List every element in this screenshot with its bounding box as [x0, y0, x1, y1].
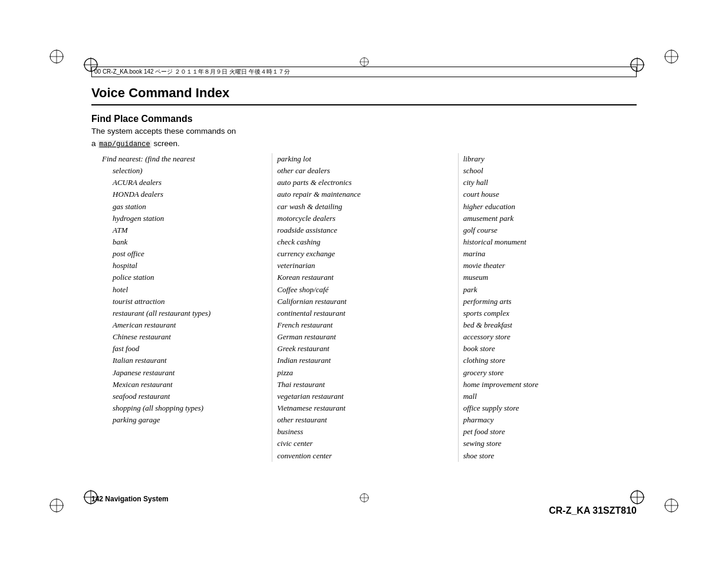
intro-line2: a map/guidance screen. — [91, 139, 637, 148]
header-bar: 00 CR-Z_KA.book 142 ページ ２０１１年８月９日 火曜日 午後… — [91, 67, 637, 77]
list-item: movie theater — [463, 260, 637, 272]
list-item: performing arts — [463, 296, 637, 308]
page: 00 CR-Z_KA.book 142 ページ ２０１１年８月９日 火曜日 午後… — [0, 0, 728, 562]
list-item: Korean restaurant — [277, 272, 450, 283]
list-item: gas station — [91, 201, 265, 213]
list-item: Find nearest: (find the nearest — [91, 153, 265, 165]
list-item: motorcycle dealers — [277, 213, 450, 224]
list-item: roadside assistance — [277, 224, 450, 236]
list-item: parking garage — [91, 414, 265, 426]
list-item: bed & breakfast — [463, 319, 637, 331]
intro-mono: map/guidance — [98, 140, 151, 148]
list-item: Thai restaurant — [277, 379, 450, 391]
footer-page-label: 142 Navigation System — [91, 495, 637, 503]
list-item: business — [277, 426, 450, 438]
list-item: check cashing — [277, 236, 450, 248]
list-item: pizza — [277, 367, 450, 379]
list-item: amusement park — [463, 213, 637, 224]
list-item: hydrogen station — [91, 213, 265, 224]
list-item: Indian restaurant — [277, 355, 450, 366]
list-item: other car dealers — [277, 165, 450, 177]
list-item: car wash & detailing — [277, 201, 450, 213]
list-item: restaurant (all restaurant types) — [91, 308, 265, 319]
list-item: ATM — [91, 224, 265, 236]
list-item: veterinarian — [277, 260, 450, 272]
list-item: tourist attraction — [91, 296, 265, 308]
footer-doc-label: CR-Z_KA 31SZT810 — [549, 505, 637, 516]
list-item: German restaurant — [277, 331, 450, 343]
list-item: library — [463, 153, 637, 165]
list-item: Vietnamese restaurant — [277, 402, 450, 414]
intro-post: screen. — [151, 139, 180, 148]
columns-wrapper: Find nearest: (find the nearestselection… — [91, 153, 637, 462]
list-item: Greek restaurant — [277, 343, 450, 355]
list-item: mall — [463, 391, 637, 402]
list-item: police station — [91, 272, 265, 283]
title-divider — [91, 104, 637, 105]
list-item: pet food store — [463, 426, 637, 438]
section-title: Find Place Commands — [91, 114, 637, 124]
list-item: currency exchange — [277, 248, 450, 260]
list-item: book store — [463, 343, 637, 355]
reg-mark-bl — [48, 497, 65, 514]
reg-mark-br — [663, 497, 680, 514]
list-item: civic center — [277, 438, 450, 449]
list-item: vegetarian restaurant — [277, 391, 450, 402]
list-item: ACURA dealers — [91, 177, 265, 189]
list-item: accessory store — [463, 331, 637, 343]
list-item: shoe store — [463, 450, 637, 462]
list-item: HONDA dealers — [91, 189, 265, 200]
list-item: convention center — [277, 450, 450, 462]
list-item: hospital — [91, 260, 265, 272]
header-text: 00 CR-Z_KA.book 142 ページ ２０１１年８月９日 火曜日 午後… — [94, 68, 290, 76]
list-item: selection) — [91, 165, 265, 177]
list-item: Mexican restaurant — [91, 379, 265, 391]
list-item: French restaurant — [277, 319, 450, 331]
list-item: golf course — [463, 224, 637, 236]
list-item: sewing store — [463, 438, 637, 449]
list-item: clothing store — [463, 355, 637, 366]
list-item: fast food — [91, 343, 265, 355]
main-content: Voice Command Index Find Place Commands … — [91, 85, 637, 491]
reg-mark-tl — [48, 48, 65, 65]
page-number-label: 142 Navigation System — [91, 495, 169, 503]
page-title: Voice Command Index — [91, 85, 637, 101]
list-item: pharmacy — [463, 414, 637, 426]
list-item: auto parts & electronics — [277, 177, 450, 189]
list-item: Coffee shop/café — [277, 284, 450, 296]
column-1: Find nearest: (find the nearestselection… — [91, 153, 272, 462]
list-item: other restaurant — [277, 414, 450, 426]
list-item: historical monument — [463, 236, 637, 248]
list-item: seafood restaurant — [91, 391, 265, 402]
list-item: continental restaurant — [277, 308, 450, 319]
list-item: Italian restaurant — [91, 355, 265, 366]
list-item: home improvement store — [463, 379, 637, 391]
list-item: court house — [463, 189, 637, 200]
list-item: American restaurant — [91, 319, 265, 331]
list-item: bank — [91, 236, 265, 248]
list-item: grocery store — [463, 367, 637, 379]
list-item: auto repair & maintenance — [277, 189, 450, 200]
list-item: city hall — [463, 177, 637, 189]
reg-mark-tr — [663, 48, 680, 65]
list-item: hotel — [91, 284, 265, 296]
list-item: Californian restaurant — [277, 296, 450, 308]
list-item: school — [463, 165, 637, 177]
list-item: post office — [91, 248, 265, 260]
intro-pre: a — [91, 139, 98, 148]
list-item: sports complex — [463, 308, 637, 319]
intro-line1: The system accepts these commands on — [91, 127, 637, 135]
list-item: Japanese restaurant — [91, 367, 265, 379]
column-2: parking lotother car dealersauto parts &… — [272, 153, 458, 462]
list-item: museum — [463, 272, 637, 283]
list-item: Chinese restaurant — [91, 331, 265, 343]
column-3: libraryschoolcity hallcourt househigher … — [459, 153, 637, 462]
list-item: higher education — [463, 201, 637, 213]
list-item: marina — [463, 248, 637, 260]
list-item: shopping (all shopping types) — [91, 402, 265, 414]
list-item: park — [463, 284, 637, 296]
list-item: parking lot — [277, 153, 450, 165]
list-item: office supply store — [463, 402, 637, 414]
